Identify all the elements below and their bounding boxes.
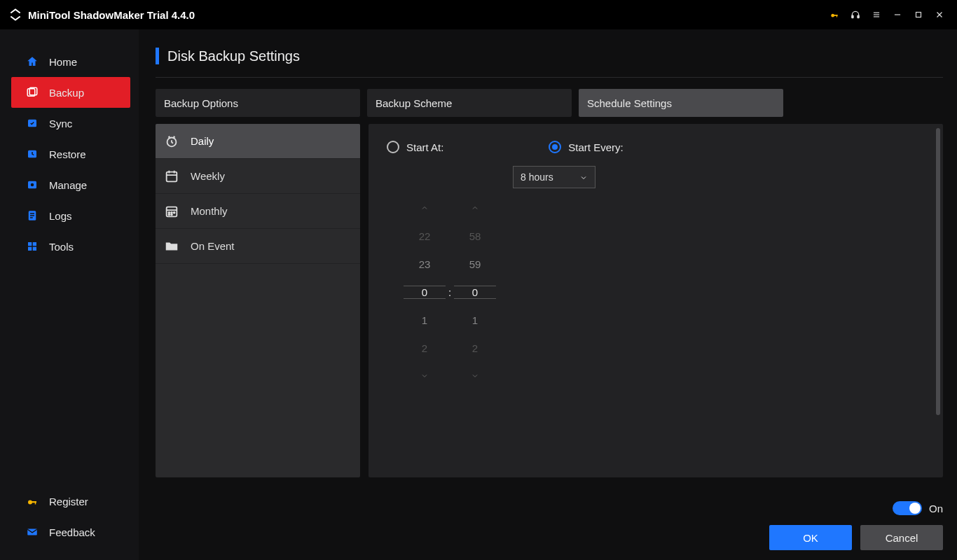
radio-start-every[interactable]: Start Every: (549, 141, 623, 153)
app-logo-icon (8, 8, 22, 22)
app-title: MiniTool ShadowMaker Trial 4.4.0 (28, 9, 195, 21)
sidebar-item-label: Home (49, 56, 77, 68)
ok-button[interactable]: OK (769, 525, 852, 550)
folder-icon (164, 239, 179, 254)
sidebar-item-sync[interactable]: Sync (0, 108, 139, 139)
wheel-value: 59 (454, 258, 496, 270)
cancel-button[interactable]: Cancel (860, 525, 943, 550)
wheel-value: 2 (454, 342, 496, 354)
list-item-label: On Event (191, 240, 235, 252)
svg-rect-3 (852, 15, 853, 18)
sidebar-item-label: Feedback (49, 526, 95, 538)
sidebar-item-label: Manage (49, 179, 87, 191)
main-panel: Disk Backup Settings Backup Options Back… (139, 29, 957, 560)
sync-icon (25, 116, 39, 130)
wheel-value: 23 (404, 258, 446, 270)
headset-icon[interactable] (845, 4, 866, 25)
minute-down-icon[interactable] (454, 370, 496, 382)
tab-label: Schedule Settings (587, 97, 672, 109)
sidebar-item-manage[interactable]: Manage (0, 169, 139, 200)
time-separator: : (446, 286, 454, 298)
tab-label: Backup Scheme (376, 97, 452, 109)
settings-tabs: Backup Options Backup Scheme Schedule Se… (156, 89, 943, 117)
dropdown-value: 8 hours (521, 172, 553, 183)
svg-rect-22 (28, 242, 32, 246)
manage-icon (25, 178, 39, 192)
svg-point-39 (174, 211, 175, 213)
sidebar-register[interactable]: Register (0, 486, 139, 517)
backup-icon (25, 85, 39, 99)
minimize-icon[interactable] (887, 4, 908, 25)
toggle-label: On (929, 503, 943, 514)
schedule-weekly[interactable]: Weekly (156, 159, 360, 194)
svg-rect-25 (33, 247, 36, 251)
list-item-label: Monthly (191, 205, 228, 217)
list-item-label: Weekly (191, 170, 225, 182)
tab-label: Backup Options (164, 97, 238, 109)
tab-schedule-settings[interactable]: Schedule Settings (579, 89, 783, 117)
tab-backup-scheme[interactable]: Backup Scheme (367, 89, 572, 117)
restore-icon (25, 147, 39, 161)
svg-point-38 (171, 211, 172, 213)
wheel-value: 1 (404, 314, 446, 326)
svg-rect-4 (858, 15, 859, 18)
home-icon (25, 55, 39, 69)
accent-bar (156, 48, 159, 64)
clock-icon (164, 134, 179, 149)
schedule-on-event[interactable]: On Event (156, 229, 360, 264)
sidebar-item-label: Restore (49, 148, 86, 160)
hour-up-icon[interactable] (404, 202, 446, 214)
hour-down-icon[interactable] (404, 370, 446, 382)
sidebar-feedback[interactable]: Feedback (0, 517, 139, 547)
svg-rect-24 (28, 247, 32, 251)
svg-rect-9 (916, 13, 921, 18)
radio-circle-icon (549, 141, 561, 153)
mail-icon (25, 525, 39, 539)
minute-up-icon[interactable] (454, 202, 496, 214)
schedule-monthly[interactable]: Monthly (156, 194, 360, 229)
radio-label: Start Every: (568, 141, 623, 153)
list-item-label: Daily (191, 135, 214, 147)
schedule-type-list: Daily Weekly Monthly On Event (156, 124, 360, 477)
svg-rect-23 (33, 242, 36, 246)
svg-point-40 (168, 214, 170, 215)
sidebar: Home Backup Sync Restore Manage Logs (0, 29, 139, 560)
sidebar-item-restore[interactable]: Restore (0, 139, 139, 169)
schedule-config-panel: Start At: Start Every: 8 hours (369, 124, 943, 477)
key-icon[interactable] (824, 4, 845, 25)
schedule-daily[interactable]: Daily (156, 124, 360, 159)
sidebar-item-backup[interactable]: Backup (11, 77, 130, 108)
svg-rect-31 (167, 172, 177, 181)
scrollbar[interactable] (936, 128, 940, 415)
menu-icon[interactable] (866, 4, 887, 25)
wheel-value-selected[interactable]: 0 (404, 286, 446, 299)
sidebar-item-tools[interactable]: Tools (0, 231, 139, 262)
sidebar-item-label: Sync (49, 118, 72, 130)
wheel-value: 58 (454, 230, 496, 242)
time-wheel: 2258 2359 0:0 11 22 (394, 194, 506, 390)
close-icon[interactable] (929, 4, 950, 25)
wheel-value: 22 (404, 230, 446, 242)
chevron-down-icon (579, 173, 588, 181)
divider (156, 77, 943, 78)
sidebar-item-label: Logs (49, 210, 72, 222)
sidebar-item-label: Backup (49, 87, 84, 99)
radio-circle-icon (387, 141, 399, 153)
radio-start-at[interactable]: Start At: (387, 141, 443, 153)
sidebar-item-logs[interactable]: Logs (0, 200, 139, 231)
wheel-value-selected[interactable]: 0 (454, 286, 496, 299)
sidebar-item-label: Register (49, 496, 88, 507)
key-icon (25, 494, 39, 508)
tools-icon (25, 239, 39, 253)
interval-dropdown[interactable]: 8 hours (513, 166, 595, 188)
schedule-toggle[interactable] (893, 501, 922, 515)
svg-point-41 (171, 214, 172, 215)
tab-backup-options[interactable]: Backup Options (156, 89, 360, 117)
svg-rect-2 (836, 15, 837, 18)
radio-label: Start At: (406, 141, 443, 153)
svg-point-17 (31, 183, 34, 187)
sidebar-item-home[interactable]: Home (0, 46, 139, 77)
calendar-month-icon (164, 204, 179, 219)
wheel-value: 1 (454, 314, 496, 326)
maximize-icon[interactable] (908, 4, 929, 25)
